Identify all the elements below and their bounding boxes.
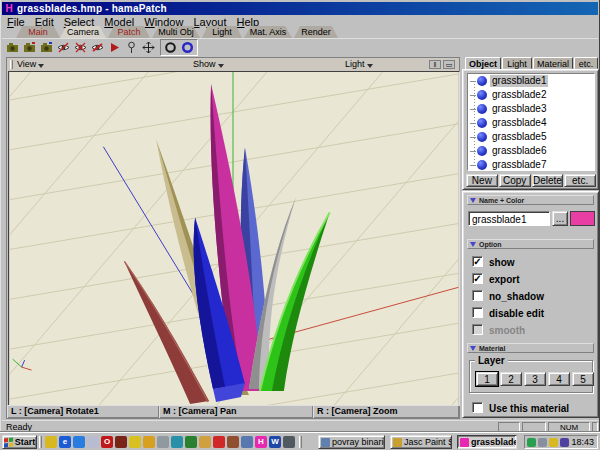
app-icon: [393, 438, 402, 447]
clock: 18:43: [571, 437, 595, 447]
panel-tab-material[interactable]: Material: [533, 57, 573, 69]
tab-mat-axis[interactable]: Mat. Axis: [244, 26, 292, 38]
tray-network-icon[interactable]: [538, 438, 547, 447]
hide-eye-icon-3[interactable]: [89, 40, 105, 55]
mouse-right-binding: R : [Camera] Zoom: [313, 405, 459, 418]
object-listbox[interactable]: grassblade1 grassblade2 grassblade3 gras…: [467, 73, 595, 171]
main-toolbar: [2, 39, 598, 56]
camera-icon-1[interactable]: [4, 40, 20, 55]
hide-eye-icon-1[interactable]: [55, 40, 71, 55]
tab-light[interactable]: Light: [202, 26, 242, 38]
hide-eye-icon-2[interactable]: [72, 40, 88, 55]
status-cell: [592, 422, 598, 432]
rotate-blue-icon[interactable]: [179, 40, 195, 55]
quicklaunch-icon-4[interactable]: [87, 436, 99, 448]
quicklaunch-icon-11[interactable]: [185, 436, 197, 448]
render-play-icon[interactable]: [106, 40, 122, 55]
task-button-grassblades[interactable]: grassblades...: [457, 435, 517, 449]
no-shadow-checkbox[interactable]: [472, 290, 483, 301]
task-button-povray[interactable]: povray binaries i...: [318, 435, 385, 449]
new-button[interactable]: New: [466, 174, 498, 187]
show-checkbox[interactable]: ✓: [472, 256, 483, 267]
quicklaunch-icon-6[interactable]: [115, 436, 127, 448]
tab-main[interactable]: Main: [16, 26, 60, 38]
tree-connector: [474, 81, 475, 166]
option-header[interactable]: Option: [467, 239, 594, 249]
material-header[interactable]: Material: [467, 343, 594, 353]
list-item[interactable]: grassblade3: [468, 102, 594, 116]
quicklaunch-icon-16[interactable]: H: [255, 436, 267, 448]
layer-4-button[interactable]: 4: [548, 372, 570, 386]
start-button[interactable]: Start: [2, 435, 37, 449]
layer-3-button[interactable]: 3: [524, 372, 546, 386]
tab-render[interactable]: Render: [294, 26, 338, 38]
browse-button[interactable]: ...: [552, 211, 568, 226]
quicklaunch-icon-17[interactable]: W: [269, 436, 281, 448]
quicklaunch-icon-14[interactable]: [227, 436, 239, 448]
list-item[interactable]: grassblade5: [468, 130, 594, 144]
task-button-paintshop[interactable]: Jasc Paint Shop...: [390, 435, 452, 449]
list-item[interactable]: grassblade4: [468, 116, 594, 130]
viewport-light-menu[interactable]: Light: [345, 58, 373, 71]
disable-edit-checkbox[interactable]: [472, 307, 483, 318]
layer-5-button[interactable]: 5: [572, 372, 594, 386]
3d-canvas[interactable]: [8, 71, 460, 406]
list-item[interactable]: grassblade6: [468, 144, 594, 158]
object-icon: [477, 104, 487, 114]
tab-camera[interactable]: Camera: [60, 26, 106, 38]
quicklaunch-icon-12[interactable]: [199, 436, 211, 448]
scene-svg: [9, 72, 459, 406]
camera-icon-2[interactable]: [21, 40, 37, 55]
tab-multi-obj[interactable]: Multi Obj: [152, 26, 200, 38]
quicklaunch-icon-10[interactable]: [171, 436, 183, 448]
quicklaunch-icon-1[interactable]: [45, 436, 57, 448]
layer-2-button[interactable]: 2: [500, 372, 522, 386]
quicklaunch-icon-2[interactable]: e: [59, 436, 71, 448]
disable-edit-label: disable edit: [489, 308, 544, 319]
object-name-input[interactable]: [468, 211, 550, 226]
viewport-maximize-button[interactable]: ▭: [443, 60, 455, 69]
object-color-swatch[interactable]: [570, 211, 595, 226]
tray-display-icon[interactable]: [527, 438, 536, 447]
app-icon: H: [4, 4, 14, 14]
object-icon: [477, 90, 487, 100]
viewport-view-menu[interactable]: View: [17, 58, 44, 71]
quicklaunch-icon-9[interactable]: [157, 436, 169, 448]
quicklaunch-icon-18[interactable]: [283, 436, 295, 448]
quicklaunch-icon-7[interactable]: [129, 436, 141, 448]
tray-volume-icon[interactable]: [549, 438, 558, 447]
status-cell: [498, 422, 520, 432]
copy-button[interactable]: Copy: [499, 174, 531, 187]
quicklaunch-icon-13[interactable]: [213, 436, 225, 448]
num-lock-indicator: NUM: [548, 422, 590, 432]
move-icon[interactable]: [140, 40, 156, 55]
use-material-checkbox[interactable]: [472, 402, 483, 413]
delete-button[interactable]: Delete: [532, 174, 564, 187]
name-color-header[interactable]: Name + Color: [467, 195, 594, 205]
object-icon: [477, 146, 487, 156]
layer-1-button[interactable]: 1: [476, 372, 498, 386]
rotate-dark-icon[interactable]: [162, 40, 178, 55]
quicklaunch-icon-3[interactable]: [73, 436, 85, 448]
panel-tab-light[interactable]: Light: [502, 57, 532, 69]
viewport-show-menu[interactable]: Show: [193, 58, 224, 71]
panel-tab-etc[interactable]: etc.: [574, 57, 598, 69]
quicklaunch-icon-15[interactable]: [241, 436, 253, 448]
tray-schedule-icon[interactable]: [560, 438, 569, 447]
export-checkbox[interactable]: ✓: [472, 273, 483, 284]
quicklaunch-icon-8[interactable]: [143, 436, 155, 448]
etc-button[interactable]: etc.: [564, 174, 596, 187]
quicklaunch-icon-5[interactable]: O: [101, 436, 113, 448]
list-item[interactable]: grassblade7: [468, 158, 594, 171]
status-bar: Ready NUM: [2, 420, 598, 431]
camera-icon-3[interactable]: [38, 40, 54, 55]
tab-patch[interactable]: Patch: [108, 26, 150, 38]
viewport-grip[interactable]: [10, 60, 13, 69]
object-icon: [477, 160, 487, 170]
title-bar[interactable]: H grassblades.hmp - hamaPatch: [2, 2, 598, 15]
list-item[interactable]: grassblade1: [468, 74, 594, 88]
chevron-down-icon: [367, 64, 373, 68]
list-item[interactable]: grassblade2: [468, 88, 594, 102]
viewport-split-button[interactable]: ‖: [429, 60, 441, 69]
light-pin-icon[interactable]: [123, 40, 139, 55]
